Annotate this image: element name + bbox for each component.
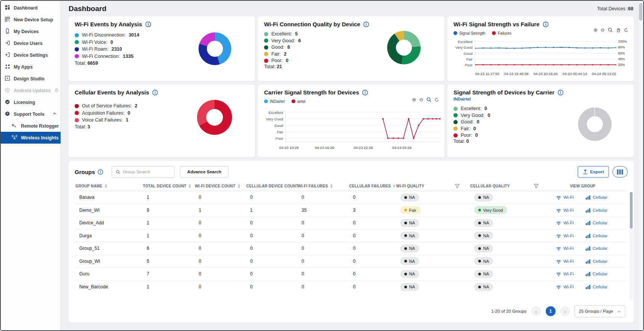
plot-area[interactable]: 04-23 11:17:50 04-23 15:46:38 04-23 20:1… bbox=[475, 39, 616, 69]
plot-area[interactable]: 04-23 10:29 04-23 16:29 04-23 22:29 04-2… bbox=[285, 110, 441, 143]
info-icon[interactable] bbox=[145, 21, 151, 27]
export-button[interactable]: Export bbox=[578, 166, 609, 177]
view-wifi-link[interactable]: Wi-Fi bbox=[556, 259, 574, 264]
info-icon[interactable] bbox=[557, 90, 564, 96]
view-wifi-link[interactable]: Wi-Fi bbox=[556, 285, 574, 289]
page-scrollbar[interactable] bbox=[638, 1, 643, 330]
table-row[interactable]: Group_51 6 0 0 0 0 NA NA Wi-FiCellular bbox=[75, 242, 628, 255]
page-title: Dashboard bbox=[69, 5, 106, 13]
bar-chart-icon bbox=[586, 208, 591, 213]
sidebar-item-wireless-insights[interactable]: Wireless Insights bbox=[1, 132, 61, 144]
legend-item: airtel bbox=[292, 99, 306, 104]
filter-icon[interactable] bbox=[534, 184, 538, 188]
col-cellular-failures[interactable]: CELLULAR FAILURES bbox=[348, 184, 395, 188]
page-size-dropdown[interactable]: 25 Groups / Page bbox=[575, 305, 625, 317]
view-wifi-link[interactable]: Wi-Fi bbox=[556, 246, 574, 251]
col-group-name[interactable]: GROUP NAME bbox=[75, 184, 142, 188]
view-cellular-link[interactable]: Cellular bbox=[586, 259, 607, 264]
sort-icon[interactable] bbox=[237, 184, 240, 188]
view-wifi-link[interactable]: Wi-Fi bbox=[556, 195, 574, 200]
info-icon[interactable] bbox=[152, 90, 158, 96]
sort-icon[interactable] bbox=[104, 184, 107, 188]
view-cellular-link[interactable]: Cellular bbox=[586, 272, 607, 276]
card-carrier-signal: Carrier Signal Strength for Devices ⊕ ⊖ … bbox=[258, 85, 444, 157]
view-cellular-link[interactable]: Cellular bbox=[586, 208, 607, 213]
table-scrollbar[interactable] bbox=[630, 192, 633, 300]
columns-button[interactable] bbox=[612, 166, 628, 177]
col-wifi-quality[interactable]: WI-FI QUALITY bbox=[396, 184, 469, 188]
sidebar-item-new-device-setup[interactable]: New Device Setup bbox=[1, 14, 61, 26]
filter-icon[interactable] bbox=[455, 184, 460, 188]
view-wifi-link[interactable]: Wi-Fi bbox=[556, 208, 574, 213]
view-cellular-link[interactable]: Cellular bbox=[586, 221, 607, 225]
table-row[interactable]: Device_Add 1 0 0 0 0 NA NA Wi-FiCellular bbox=[75, 217, 628, 230]
reset-icon[interactable] bbox=[434, 98, 439, 102]
info-icon[interactable] bbox=[543, 21, 549, 27]
next-page-button[interactable]: › bbox=[560, 306, 570, 316]
sidebar: Dashboard New Device Setup My Devices De… bbox=[1, 1, 61, 330]
info-icon[interactable] bbox=[363, 21, 369, 27]
table-row[interactable]: Durga 1 0 0 0 0 NA NA Wi-FiCellular bbox=[75, 230, 628, 243]
sidebar-item-label: Dashboard bbox=[14, 5, 38, 11]
sidebar-item-device-settings[interactable]: Device Settings bbox=[1, 49, 61, 61]
sort-icon[interactable] bbox=[188, 184, 191, 188]
sort-icon[interactable] bbox=[330, 184, 333, 188]
table-row[interactable]: New_Barcode 1 0 0 0 0 NA NA Wi-FiCellula… bbox=[75, 281, 628, 294]
table-scrollbar-thumb[interactable] bbox=[630, 192, 633, 229]
info-icon[interactable] bbox=[362, 90, 368, 96]
sidebar-item-licensing[interactable]: Licensing bbox=[1, 96, 61, 108]
col-total-device-count[interactable]: TOTAL DEVICE COUNT bbox=[142, 184, 194, 188]
wifi-events-donut-chart bbox=[199, 32, 231, 65]
col-wifi-device-count[interactable]: WI-FI DEVICE COUNT bbox=[194, 184, 245, 188]
zoom-out-icon[interactable]: ⊖ bbox=[601, 27, 605, 32]
view-cellular-link[interactable]: Cellular bbox=[586, 233, 607, 238]
sidebar-item-device-users[interactable]: Device Users bbox=[1, 37, 61, 49]
sidebar-item-label: Design Studio bbox=[14, 76, 45, 82]
view-cellular-link[interactable]: Cellular bbox=[586, 285, 607, 289]
advance-search-button[interactable]: Advance Search bbox=[180, 166, 229, 177]
wifi-quality-badge: NA bbox=[400, 219, 419, 227]
legend-dot bbox=[453, 133, 458, 138]
table-row[interactable]: Basava 1 0 0 0 0 NA NA Wi-FiCellular bbox=[75, 191, 628, 204]
sidebar-item-design-studio[interactable]: Design Studio bbox=[1, 73, 61, 85]
view-wifi-link[interactable]: Wi-Fi bbox=[556, 233, 574, 238]
reset-icon[interactable] bbox=[624, 28, 628, 32]
sidebar-item-dashboard[interactable]: Dashboard bbox=[1, 2, 61, 14]
col-wifi-failures[interactable]: WI-FI FAILURES bbox=[297, 184, 348, 188]
group-search-input[interactable] bbox=[123, 169, 171, 174]
zoom-select-icon[interactable] bbox=[608, 27, 613, 32]
page-1-button[interactable]: 1 bbox=[546, 306, 556, 316]
table-row[interactable]: Demo_WI 9 1 1 35 3 Fair Very Good Wi-FiC… bbox=[75, 204, 628, 217]
cell-group-name: Basava bbox=[75, 195, 142, 200]
legend-dot bbox=[453, 120, 458, 124]
design-studio-icon bbox=[5, 75, 10, 82]
table-row[interactable]: Group_WI 5 0 0 0 0 NA NA Wi-FiCellular bbox=[75, 255, 628, 268]
cell-group-name: Guru bbox=[75, 271, 142, 277]
zoom-select-icon[interactable] bbox=[426, 97, 431, 102]
view-cellular-link[interactable]: Cellular bbox=[586, 246, 607, 251]
sort-icon[interactable] bbox=[393, 184, 396, 188]
apps-grid-icon bbox=[5, 64, 10, 70]
view-wifi-link[interactable]: Wi-Fi bbox=[556, 272, 574, 276]
total-devices: Total Devices :68 bbox=[597, 6, 633, 11]
zoom-in-icon[interactable]: ⊕ bbox=[412, 97, 416, 102]
sidebar-item-my-apps[interactable]: My Apps bbox=[1, 61, 61, 73]
previous-page-button[interactable]: ‹ bbox=[531, 306, 541, 316]
sidebar-item-support-tools[interactable]: ? Support Tools bbox=[1, 108, 61, 120]
bar-chart-icon bbox=[586, 272, 591, 276]
col-cellular-device-count[interactable]: CELLULAR DEVICE COUNT bbox=[245, 184, 297, 188]
col-cellular-quality[interactable]: CELLULAR QUALITY bbox=[469, 184, 548, 188]
legend-dot bbox=[453, 31, 457, 35]
table-row[interactable]: Guru 7 0 0 0 0 NA NA Wi-FiCellular bbox=[75, 268, 628, 281]
sidebar-item-my-devices[interactable]: My Devices bbox=[1, 26, 61, 37]
legend-dot bbox=[264, 99, 268, 103]
view-cellular-link[interactable]: Cellular bbox=[586, 195, 607, 200]
legend-dot bbox=[453, 107, 458, 111]
zoom-out-icon[interactable]: ⊖ bbox=[419, 97, 423, 102]
sidebar-item-remote-rxlogger[interactable]: Rx Remote Rxlogger bbox=[1, 120, 61, 132]
page-scrollbar-thumb[interactable] bbox=[639, 3, 642, 21]
zoom-in-icon[interactable]: ⊕ bbox=[593, 27, 598, 32]
pan-icon[interactable] bbox=[616, 27, 621, 32]
info-icon[interactable] bbox=[98, 169, 103, 175]
view-wifi-link[interactable]: Wi-Fi bbox=[556, 221, 574, 225]
